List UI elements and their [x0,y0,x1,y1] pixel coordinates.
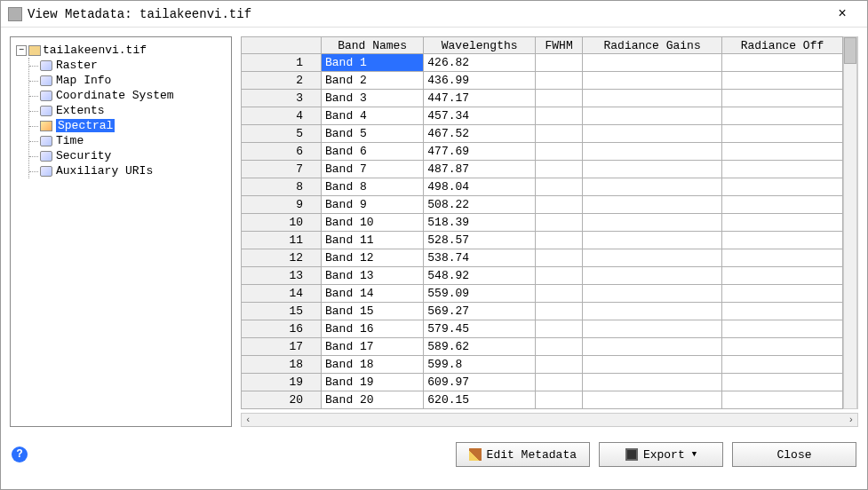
table-row[interactable]: 18Band 18599.8 [242,356,843,374]
cell-empty[interactable] [583,161,722,178]
cell-empty[interactable] [721,161,842,178]
cell-wavelength[interactable]: 457.34 [424,107,536,125]
table-row[interactable]: 19Band 19609.97 [242,374,843,391]
cell-empty[interactable] [583,356,722,374]
table-row[interactable]: 4Band 4457.34 [242,107,843,125]
cell-empty[interactable] [721,267,842,285]
tree-item-extents[interactable]: Extents [29,103,227,118]
cell-wavelength[interactable]: 569.27 [424,303,536,320]
cell-empty[interactable] [583,303,722,320]
cell-empty[interactable] [535,143,582,161]
cell-empty[interactable] [583,107,722,125]
cell-empty[interactable] [721,107,842,125]
table-row[interactable]: 6Band 6477.69 [242,143,843,161]
cell-empty[interactable] [535,303,582,320]
table-row[interactable]: 10Band 10518.39 [242,214,843,232]
cell-empty[interactable] [721,338,842,356]
row-number[interactable]: 16 [242,320,322,338]
cell-empty[interactable] [583,196,722,214]
cell-empty[interactable] [583,391,722,409]
cell-empty[interactable] [721,125,842,143]
cell-empty[interactable] [721,90,842,107]
row-number[interactable]: 19 [242,374,322,391]
cell-wavelength[interactable]: 559.09 [424,285,536,303]
cell-empty[interactable] [583,125,722,143]
row-number[interactable]: 6 [242,143,322,161]
tree-item-time[interactable]: Time [29,133,227,148]
scroll-right-icon[interactable]: › [848,415,854,425]
export-button[interactable]: Export ▼ [599,442,723,467]
close-icon[interactable]: × [824,2,860,27]
cell-empty[interactable] [535,338,582,356]
tree-item-coordinate-system[interactable]: Coordinate System [29,88,227,103]
cell-empty[interactable] [583,54,722,72]
tree-item-raster[interactable]: Raster [29,58,227,73]
cell-empty[interactable] [583,320,722,338]
cell-empty[interactable] [721,374,842,391]
scroll-left-icon[interactable]: ‹ [245,415,251,425]
table-row[interactable]: 11Band 11528.57 [242,232,843,249]
cell-empty[interactable] [535,161,582,178]
cell-empty[interactable] [721,303,842,320]
cell-band-name[interactable]: Band 1 [322,54,424,72]
table-row[interactable]: 12Band 12538.74 [242,249,843,267]
cell-empty[interactable] [583,285,722,303]
cell-empty[interactable] [535,72,582,90]
cell-empty[interactable] [535,125,582,143]
table-row[interactable]: 8Band 8498.04 [242,178,843,196]
cell-empty[interactable] [583,249,722,267]
cell-wavelength[interactable]: 589.62 [424,338,536,356]
cell-band-name[interactable]: Band 15 [322,303,424,320]
cell-empty[interactable] [721,214,842,232]
table-row[interactable]: 3Band 3447.17 [242,90,843,107]
cell-wavelength[interactable]: 447.17 [424,90,536,107]
cell-wavelength[interactable]: 528.57 [424,232,536,249]
cell-empty[interactable] [535,107,582,125]
cell-wavelength[interactable]: 538.74 [424,249,536,267]
cell-empty[interactable] [721,320,842,338]
column-header[interactable]: Band Names [322,37,424,54]
column-header[interactable]: FWHM [535,37,582,54]
cell-band-name[interactable]: Band 20 [322,391,424,409]
row-number[interactable]: 5 [242,125,322,143]
row-number[interactable]: 1 [242,54,322,72]
cell-empty[interactable] [583,338,722,356]
row-number[interactable]: 7 [242,161,322,178]
cell-band-name[interactable]: Band 10 [322,214,424,232]
cell-empty[interactable] [721,391,842,409]
row-number[interactable]: 13 [242,267,322,285]
row-number[interactable]: 18 [242,356,322,374]
cell-empty[interactable] [535,214,582,232]
cell-wavelength[interactable]: 518.39 [424,214,536,232]
cell-wavelength[interactable]: 467.52 [424,125,536,143]
tree-root[interactable]: − tailakeenvi.tif [14,43,227,58]
tree-item-map-info[interactable]: Map Info [29,73,227,88]
cell-band-name[interactable]: Band 4 [322,107,424,125]
scrollbar-thumb[interactable] [844,37,856,64]
cell-empty[interactable] [583,143,722,161]
cell-band-name[interactable]: Band 5 [322,125,424,143]
help-icon[interactable]: ? [12,447,28,462]
cell-wavelength[interactable]: 426.82 [424,54,536,72]
cell-band-name[interactable]: Band 9 [322,196,424,214]
cell-band-name[interactable]: Band 12 [322,249,424,267]
cell-wavelength[interactable]: 498.04 [424,178,536,196]
cell-empty[interactable] [583,267,722,285]
cell-empty[interactable] [535,90,582,107]
cell-empty[interactable] [721,356,842,374]
row-number[interactable]: 14 [242,285,322,303]
row-number[interactable]: 8 [242,178,322,196]
row-number[interactable]: 4 [242,107,322,125]
table-row[interactable]: 15Band 15569.27 [242,303,843,320]
cell-empty[interactable] [535,285,582,303]
table-row[interactable]: 14Band 14559.09 [242,285,843,303]
row-number[interactable]: 17 [242,338,322,356]
edit-metadata-button[interactable]: Edit Metadata [456,442,590,467]
cell-empty[interactable] [583,214,722,232]
cell-empty[interactable] [535,374,582,391]
row-number[interactable]: 9 [242,196,322,214]
collapse-icon[interactable]: − [16,45,27,56]
cell-empty[interactable] [535,267,582,285]
cell-empty[interactable] [535,178,582,196]
table-row[interactable]: 13Band 13548.92 [242,267,843,285]
